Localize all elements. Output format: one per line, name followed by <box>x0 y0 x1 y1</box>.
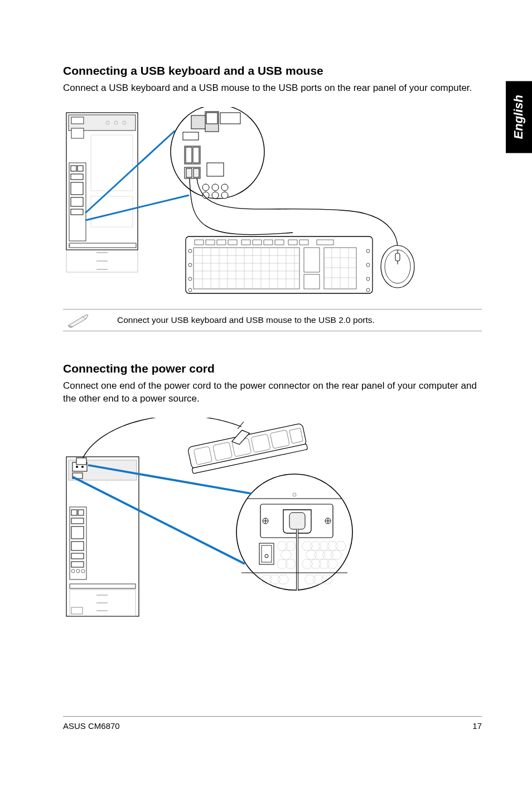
svg-rect-24 <box>183 132 199 140</box>
language-tab: English <box>506 81 532 153</box>
svg-rect-97 <box>213 442 233 461</box>
svg-rect-99 <box>251 434 270 453</box>
svg-rect-73 <box>304 274 320 289</box>
note-row: Connect your USB keyboard and USB mouse … <box>63 309 482 331</box>
svg-point-105 <box>76 466 78 468</box>
svg-rect-92 <box>395 253 400 261</box>
svg-rect-2 <box>71 117 84 124</box>
svg-rect-72 <box>304 248 320 272</box>
footer-page-number: 17 <box>472 721 482 731</box>
svg-rect-30 <box>193 147 199 163</box>
svg-rect-45 <box>206 240 215 245</box>
note-text: Connect your USB keyboard and USB mouse … <box>117 315 375 325</box>
svg-rect-26 <box>206 113 217 124</box>
svg-rect-15 <box>71 209 83 215</box>
svg-point-38 <box>212 192 219 199</box>
svg-rect-100 <box>270 430 289 449</box>
svg-rect-109 <box>71 510 77 515</box>
section1-body: Connect a USB keyboard and a USB mouse t… <box>63 82 482 95</box>
svg-rect-138 <box>262 545 272 562</box>
svg-rect-14 <box>71 197 83 206</box>
svg-rect-16 <box>69 243 136 248</box>
svg-rect-112 <box>71 526 84 539</box>
svg-rect-44 <box>195 240 204 245</box>
svg-point-39 <box>221 192 228 199</box>
svg-rect-40 <box>207 163 224 176</box>
svg-rect-10 <box>71 166 76 171</box>
svg-rect-27 <box>220 113 240 124</box>
figure-usb-keyboard-mouse <box>63 107 470 297</box>
svg-rect-111 <box>71 518 84 524</box>
svg-rect-110 <box>78 510 84 515</box>
svg-rect-136 <box>289 513 305 529</box>
svg-rect-51 <box>275 240 284 245</box>
svg-rect-48 <box>241 240 250 245</box>
section2-body: Connect one end of the power cord to the… <box>63 380 482 405</box>
section1-heading: Connecting a USB keyboard and a USB mous… <box>63 64 482 78</box>
svg-rect-113 <box>71 542 84 550</box>
svg-rect-53 <box>299 240 308 245</box>
svg-rect-32 <box>186 168 192 177</box>
svg-rect-115 <box>71 562 84 567</box>
footer-model: ASUS CM6870 <box>63 721 120 731</box>
svg-rect-54 <box>317 240 333 245</box>
pencil-icon <box>66 312 89 328</box>
svg-point-35 <box>212 184 219 191</box>
svg-point-34 <box>202 184 209 191</box>
svg-rect-49 <box>253 240 262 245</box>
svg-rect-12 <box>71 174 83 180</box>
svg-rect-11 <box>78 166 83 171</box>
svg-rect-96 <box>194 446 212 465</box>
svg-rect-125 <box>76 458 86 465</box>
svg-rect-13 <box>71 182 83 195</box>
svg-rect-101 <box>289 428 303 443</box>
svg-rect-114 <box>71 553 84 559</box>
svg-rect-46 <box>217 240 226 245</box>
svg-rect-23 <box>191 115 207 129</box>
svg-rect-47 <box>228 240 237 245</box>
svg-rect-33 <box>194 168 199 177</box>
svg-point-36 <box>221 184 228 191</box>
svg-rect-52 <box>288 240 297 245</box>
svg-point-106 <box>81 466 84 468</box>
figure-power-cord <box>63 418 470 619</box>
svg-rect-29 <box>186 147 192 163</box>
svg-rect-55 <box>194 248 299 289</box>
svg-rect-3 <box>71 128 84 138</box>
svg-rect-50 <box>264 240 273 245</box>
svg-rect-119 <box>70 584 136 588</box>
section2-heading: Connecting the power cord <box>63 362 482 375</box>
